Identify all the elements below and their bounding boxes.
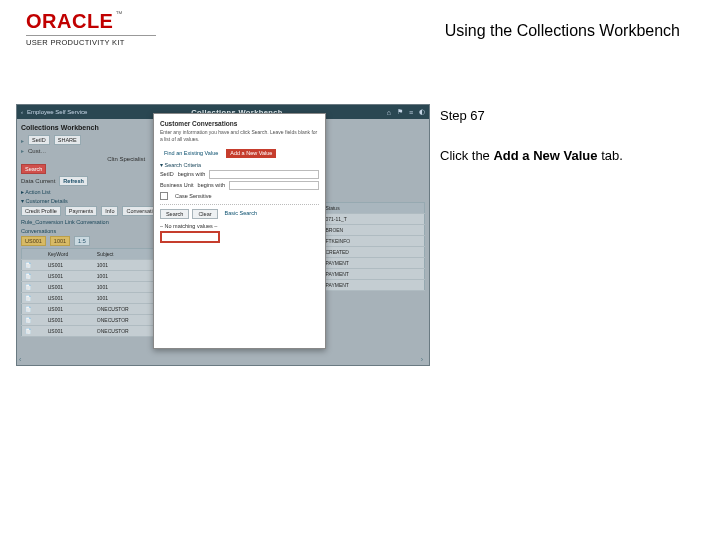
setid-input[interactable] bbox=[209, 170, 319, 179]
setid-op: begins with bbox=[178, 171, 206, 177]
modal-search-button[interactable]: Search bbox=[160, 209, 189, 219]
modal-clear-button[interactable]: Clear bbox=[192, 209, 217, 219]
trademark: ™ bbox=[115, 10, 122, 17]
instruction-text: Click the Add a New Value tab. bbox=[440, 146, 690, 166]
setid-label: SetID bbox=[160, 171, 174, 177]
tab-find-existing[interactable]: Find an Existing Value bbox=[160, 149, 222, 158]
no-match-text: – No matching values – bbox=[160, 223, 319, 229]
action-highlight bbox=[160, 231, 220, 243]
tab-add-new-value[interactable]: Add a New Value bbox=[226, 149, 276, 158]
oracle-logo-block: ORACLE™ USER PRODUCTIVITY KIT bbox=[26, 10, 156, 47]
oracle-logo-subtitle: USER PRODUCTIVITY KIT bbox=[26, 35, 156, 47]
instruction-bold: Add a New Value bbox=[493, 148, 597, 163]
search-modal: Customer Conversations Enter any informa… bbox=[153, 113, 326, 350]
app-screenshot: ‹ Employee Self Service Collections Work… bbox=[16, 104, 430, 366]
modal-description: Enter any information you have and click… bbox=[160, 129, 319, 143]
bu-label: Business Unit bbox=[160, 182, 194, 188]
case-sensitive-label: Case Sensitive bbox=[175, 193, 212, 199]
search-criteria-section[interactable]: ▾ Search Criteria bbox=[160, 162, 319, 168]
document-title: Using the Collections Workbench bbox=[445, 22, 680, 40]
case-sensitive-checkbox[interactable] bbox=[160, 192, 168, 200]
basic-search-link[interactable]: Basic Search bbox=[221, 209, 261, 219]
step-number: Step 67 bbox=[440, 106, 690, 126]
bu-input[interactable] bbox=[229, 181, 319, 190]
instruction-panel: Step 67 Click the Add a New Value tab. bbox=[440, 106, 690, 165]
modal-title: Customer Conversations bbox=[160, 120, 319, 127]
oracle-logo-text: ORACLE bbox=[26, 10, 113, 32]
bu-op: begins with bbox=[198, 182, 226, 188]
